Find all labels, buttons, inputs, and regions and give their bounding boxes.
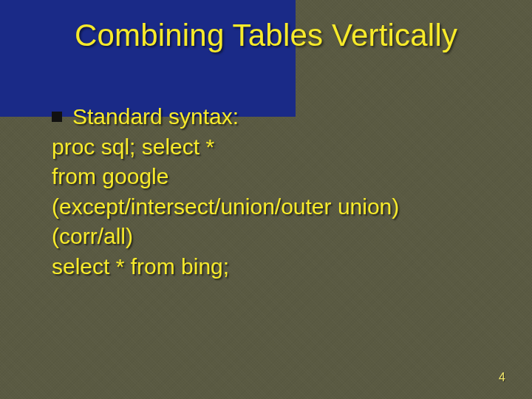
page-number: 4 [499,371,505,384]
square-bullet-icon [52,112,62,122]
body-line: from google [52,162,495,192]
slide-content: Standard syntax: proc sql; select * from… [52,102,495,282]
body-line: (corr/all) [52,222,495,252]
bullet-line: Standard syntax: [52,102,495,132]
slide: Combining Tables Vertically Standard syn… [0,0,532,399]
body-line: (except/intersect/union/outer union) [52,192,495,222]
slide-title: Combining Tables Vertically [0,18,532,53]
body-line: proc sql; select * [52,132,495,163]
bullet-text: Standard syntax: [72,102,239,132]
body-line: select * from bing; [52,252,495,282]
